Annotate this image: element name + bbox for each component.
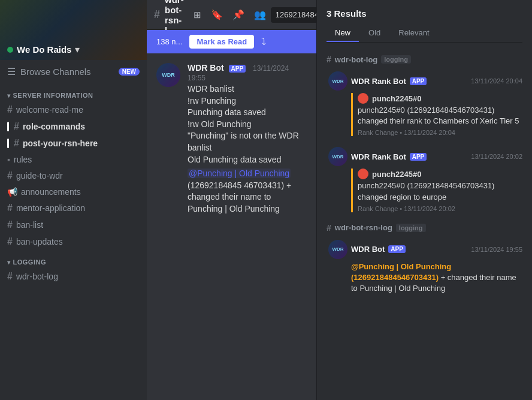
result-channel-name: wdr-bot-log (335, 55, 377, 64)
result-item-1[interactable]: WDR WDR Rank Bot APP 13/11/2024 20:04 pu… (317, 67, 532, 141)
browse-channels-button[interactable]: ☰ Browse Channels NEW (0, 60, 147, 83)
app-badge: APP (410, 153, 427, 161)
result-item-header: WDR WDR Rank Bot APP 13/11/2024 20:02 (328, 147, 522, 166)
channel-item-post-your-rsn-here[interactable]: # post-your-rsn-here (0, 135, 147, 152)
channel-hash-icon: # (154, 8, 160, 21)
app-badge: APP (388, 245, 406, 253)
mark-as-read-button[interactable]: Mark as Read (189, 35, 254, 49)
result-channel-hash-icon: # (327, 223, 331, 233)
section-header-server-information: ▾ SERVER INFORMATION (0, 83, 147, 101)
result-text: punch2245#0 (1269218484546703431) change… (358, 105, 522, 127)
rank-change-label: Rank Change • 13/11/2024 20:04 (358, 129, 522, 136)
avatar: WDR (156, 63, 180, 87)
header-icons: ⊞ 🔖 📌 👥 (194, 9, 266, 20)
channel-name: ban-updates (16, 237, 63, 246)
punch-avatar (358, 93, 368, 104)
result-channel-name: wdr-bot-rsn-log (335, 223, 392, 232)
results-panel: 3 Results New Old Relevant # wdr-bot-log… (316, 0, 532, 400)
hash-icon: # (7, 170, 13, 181)
results-count: 3 Results (327, 8, 522, 19)
punch-avatar (358, 169, 368, 179)
channel-name: role-commands (23, 122, 85, 131)
rank-change-bar: punch2245#0 punch2245#0 (126921848454670… (351, 93, 522, 136)
hash-icon: # (14, 121, 19, 132)
channel-name: guide-to-wdr (16, 171, 63, 181)
result-item-header: WDR WDR Bot APP 13/11/2024 19:55 (328, 240, 522, 259)
hash-icon: # (7, 271, 13, 282)
message-line: "Punching" is not on the WDR banlist (188, 130, 307, 154)
logging-badge: logging (381, 55, 411, 64)
browse-channels-label: Browse Channels (20, 67, 91, 77)
channel-item-ban-updates[interactable]: # ban-updates (0, 233, 147, 250)
channel-item-guide-to-wdr[interactable]: # guide-to-wdr (0, 167, 147, 184)
server-name: We Do Raids (17, 44, 71, 55)
result-body: @Punching | Old Punching (12692184845467… (328, 261, 522, 294)
result-author: WDR Rank Bot (351, 152, 406, 161)
hash-icon: # (7, 203, 13, 213)
channel-item-role-commands[interactable]: # role-commands (0, 118, 147, 135)
section-chevron-icon: ▾ (7, 92, 11, 99)
unread-count: 138 n... (156, 37, 182, 46)
server-header[interactable]: We Do Raids ▾ (0, 0, 147, 60)
announcements-icon: 📢 (7, 187, 17, 197)
tab-new[interactable]: New (327, 25, 359, 42)
result-avatar: WDR (328, 147, 347, 166)
message-group: WDR WDR Bot APP 13/11/2024 19:55 WDR ban… (147, 61, 316, 218)
punch-author-row: punch2245#0 (358, 93, 522, 104)
result-timestamp: 13/11/2024 20:04 (471, 77, 522, 85)
result-avatar: WDR (328, 240, 347, 259)
punch-author-row: punch2245#0 (358, 169, 522, 179)
channel-item-rules[interactable]: ▪ rules (0, 152, 147, 167)
result-item-3[interactable]: WDR WDR Bot APP 13/11/2024 19:55 @Punchi… (317, 235, 532, 299)
channel-item-ban-list[interactable]: # ban-list (0, 216, 147, 233)
message-content: WDR Bot APP 13/11/2024 19:55 WDR banlist… (188, 63, 307, 215)
channel-name: announcements (21, 187, 81, 197)
rank-change-label: Rank Change • 13/11/2024 20:02 (358, 205, 522, 212)
channel-name: post-your-rsn-here (23, 139, 98, 148)
message-line: WDR banlist (188, 83, 307, 95)
logging-badge: logging (396, 224, 426, 232)
section-chevron-icon: ▾ (7, 259, 11, 266)
results-tabs: New Old Relevant (327, 25, 522, 43)
result-timestamp: 13/11/2024 19:55 (471, 246, 522, 253)
result-body: punch2245#0 punch2245#0 (126921848454670… (328, 93, 522, 136)
hash-icon: # (14, 138, 19, 149)
result-channel-hash-icon: # (327, 55, 331, 64)
sidebar: We Do Raids ▾ ☰ Browse Channels NEW ▾ SE… (0, 0, 147, 400)
result-avatar: WDR (328, 71, 347, 91)
channel-item-announcements[interactable]: 📢 announcements (0, 184, 147, 200)
members-icon[interactable]: 👥 (254, 9, 266, 20)
rank-change-bar: punch2245#0 punch2245#0 (126921848454670… (351, 169, 522, 212)
online-indicator (7, 47, 13, 53)
result-body: punch2245#0 punch2245#0 (126921848454670… (328, 169, 522, 212)
channel-item-welcome-read-me[interactable]: # welcome-read-me (0, 101, 147, 118)
message-line-mention: @Punching | Old Punching (12692184845 46… (188, 168, 307, 215)
result-author: WDR Bot (351, 245, 385, 254)
unread-bar: 138 n... Mark as Read ⤵ (147, 30, 316, 53)
punch-name: punch2245#0 (372, 170, 421, 179)
results-header: 3 Results New Old Relevant (317, 0, 532, 43)
channel-name: ban-list (16, 220, 43, 230)
section-header-logging: ▾ LOGGING (0, 250, 147, 268)
channel-item-mentor-application[interactable]: # mentor-application (0, 200, 147, 216)
pin-icon[interactable]: 📌 (232, 9, 244, 20)
result-text: punch2245#0 (1269218484546703431) change… (358, 181, 522, 202)
result-author: WDR Rank Bot (351, 77, 406, 86)
hash-icon: # (7, 236, 13, 247)
threads-icon[interactable]: ⊞ (194, 10, 201, 20)
app-badge: APP (410, 77, 427, 85)
tab-relevant[interactable]: Relevant (390, 25, 437, 42)
result-channel-header-2: # wdr-bot-rsn-log logging (317, 218, 532, 235)
channel-item-wdr-bot-log[interactable]: # wdr-bot-log (0, 268, 147, 285)
new-badge: NEW (119, 68, 140, 76)
tab-old[interactable]: Old (360, 25, 389, 42)
bookmark-icon[interactable]: 🔖 (211, 9, 223, 20)
result-item-2[interactable]: WDR WDR Rank Bot APP 13/11/2024 20:02 pu… (317, 142, 532, 216)
jump-icon[interactable]: ⤵ (261, 37, 266, 47)
message-line: Old Punching data saved (188, 154, 307, 166)
result-text-highlight: @Punching | Old Punching (12692184845467… (351, 261, 522, 294)
punch-name: punch2245#0 (372, 94, 421, 103)
message-line: Punching data saved (188, 107, 307, 119)
channel-name: wdr-bot-log (16, 272, 58, 281)
browse-icon: ☰ (7, 66, 16, 77)
